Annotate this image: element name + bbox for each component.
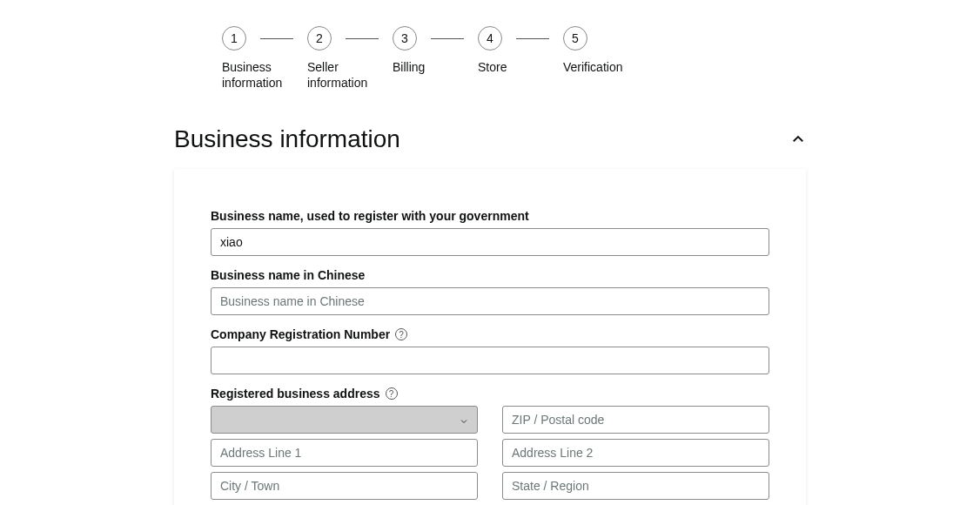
field-registered-address: Registered business address ?	[211, 387, 769, 500]
company-reg-label-text: Company Registration Number	[211, 327, 390, 341]
step-label: Billing	[393, 59, 425, 75]
address-line-2-input[interactable]	[502, 439, 769, 467]
business-name-cn-input[interactable]	[211, 287, 769, 315]
company-reg-input[interactable]	[211, 347, 769, 374]
state-input[interactable]	[502, 472, 769, 500]
collapse-toggle[interactable]	[790, 131, 806, 147]
progress-stepper: 1 Business information 2 Seller informat…	[222, 26, 945, 91]
business-information-card: Business name, used to register with you…	[174, 169, 806, 505]
step-label: Store	[478, 59, 507, 75]
step-number: 5	[563, 26, 587, 50]
step-connector	[431, 38, 464, 39]
registered-address-label-text: Registered business address	[211, 387, 380, 401]
field-business-name: Business name, used to register with you…	[211, 209, 769, 256]
step-label: Business information	[222, 59, 282, 91]
zip-input[interactable]	[502, 406, 769, 434]
field-company-reg: Company Registration Number ?	[211, 327, 769, 374]
step-connector	[346, 38, 379, 39]
business-name-input[interactable]	[211, 228, 769, 256]
business-name-label: Business name, used to register with you…	[211, 209, 769, 223]
help-icon[interactable]: ?	[386, 387, 398, 400]
step-connector	[516, 38, 549, 39]
country-select[interactable]	[211, 406, 478, 434]
section-header: Business information	[174, 125, 806, 153]
help-icon[interactable]: ?	[395, 328, 407, 340]
step-number: 1	[222, 26, 246, 50]
step-label: Seller information	[307, 59, 367, 91]
step-business-information: 1 Business information	[222, 26, 307, 91]
field-business-name-cn: Business name in Chinese	[211, 268, 769, 315]
city-input[interactable]	[211, 472, 478, 500]
step-store: 4 Store	[478, 26, 563, 75]
registered-address-label: Registered business address ?	[211, 387, 769, 401]
company-reg-label: Company Registration Number ?	[211, 327, 769, 341]
step-connector	[260, 38, 293, 39]
section-title: Business information	[174, 125, 400, 153]
step-number: 2	[307, 26, 332, 50]
step-seller-information: 2 Seller information	[307, 26, 393, 91]
business-name-cn-label: Business name in Chinese	[211, 268, 769, 282]
address-line-1-input[interactable]	[211, 439, 478, 467]
step-verification: 5 Verification	[563, 26, 622, 75]
step-number: 3	[393, 26, 417, 50]
step-label: Verification	[563, 59, 622, 75]
step-number: 4	[478, 26, 502, 50]
step-billing: 3 Billing	[393, 26, 478, 75]
